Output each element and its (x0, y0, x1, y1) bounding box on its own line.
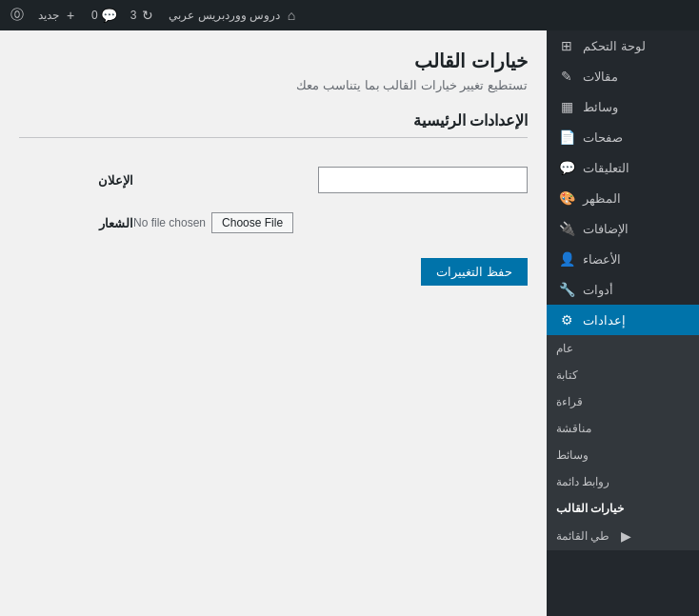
comments-nav-icon: 💬 (558, 160, 575, 175)
dashboard-icon: ⊞ (558, 38, 575, 53)
form-table: الإعلان No file chosen Choose File الشعا… (19, 157, 528, 243)
sidebar-label-comments: التعليقات (583, 161, 629, 175)
sidebar-sub-discussion[interactable]: مناقشة (547, 415, 699, 442)
sidebar-label-appearance: المظهر (583, 191, 621, 206)
comments-icon: 💬 (102, 8, 117, 23)
ad-input-cell (133, 157, 528, 203)
file-input-wrapper: No file chosen Choose File (133, 212, 528, 233)
settings-icon: ⚙ (558, 312, 575, 328)
plus-icon: + (63, 8, 78, 23)
top-bar: ⌂ دروس ووردبريس عربي ↻ 3 💬 0 + جديد ⓪ (0, 0, 699, 30)
main-content: خيارات القالب تستطيع تغيير خيارات القالب… (0, 30, 547, 616)
layout: لوحة التحكم ⊞ مقالات ✎ وسائط ▦ صفحات 📄 ا… (0, 30, 699, 616)
sidebar-sub-label-theme-options: خيارات القالب (556, 502, 624, 515)
posts-icon: ✎ (558, 69, 575, 84)
form-row-logo: No file chosen Choose File الشعار (19, 203, 528, 243)
save-button[interactable]: حفظ التغييرات (421, 258, 528, 286)
topbar-wp-logo[interactable]: ⓪ (10, 8, 25, 23)
pages-icon: 📄 (558, 129, 575, 145)
collapse-icon: ▶ (617, 528, 634, 544)
topbar-new[interactable]: + جديد (38, 8, 78, 23)
page-description: تستطيع تغيير خيارات القالب بما يتناسب مع… (19, 78, 528, 92)
page-title: خيارات القالب (19, 50, 528, 72)
tools-icon: 🔧 (558, 282, 575, 297)
sidebar-sub-reading[interactable]: قراءة (547, 388, 699, 415)
media-icon: ▦ (558, 99, 575, 114)
sidebar-item-tools[interactable]: أدوات 🔧 (547, 274, 699, 305)
wp-icon: ⓪ (10, 8, 25, 23)
sidebar-item-dashboard[interactable]: لوحة التحكم ⊞ (547, 30, 699, 61)
logo-label: الشعار (19, 203, 133, 243)
sidebar-label-users: الأعضاء (583, 252, 621, 267)
sidebar-label-settings: إعدادات (583, 313, 626, 328)
sidebar-label-pages: صفحات (583, 130, 623, 145)
sidebar-sub-media[interactable]: وسائط (547, 442, 699, 468)
sidebar-item-users[interactable]: الأعضاء 👤 (547, 244, 699, 274)
sidebar-item-settings[interactable]: إعدادات ⚙ (547, 305, 699, 335)
sidebar-label-posts: مقالات (583, 70, 618, 84)
sidebar-sub-collapse[interactable]: ▶ طي القائمة (547, 522, 699, 550)
section-title: الإعدادات الرئيسية (19, 111, 528, 138)
sidebar-sub-writing[interactable]: كتابة (547, 362, 699, 388)
topbar-updates[interactable]: ↻ 3 (130, 8, 156, 23)
sidebar-item-plugins[interactable]: الإضافات 🔌 (547, 213, 699, 244)
sidebar-item-comments[interactable]: التعليقات 💬 (547, 152, 699, 183)
choose-file-button[interactable]: Choose File (211, 212, 293, 233)
sidebar-sub-label-permalinks: روابط دائمة (556, 475, 609, 488)
sidebar-sub-label-media: وسائط (556, 448, 589, 462)
sidebar-sub-theme-options[interactable]: خيارات القالب (547, 495, 699, 522)
appearance-icon: 🎨 (558, 190, 575, 206)
sidebar-label-media: وسائط (583, 100, 618, 114)
topbar-site-name[interactable]: ⌂ دروس ووردبريس عربي (169, 8, 299, 23)
sidebar-sub-label-general: عام (556, 342, 573, 355)
updates-icon: ↻ (140, 8, 155, 23)
ad-text-input[interactable] (318, 167, 528, 193)
sidebar-sub-general[interactable]: عام (547, 335, 699, 362)
sidebar-sub-label-discussion: مناقشة (556, 422, 591, 435)
sidebar-sub-label-reading: قراءة (556, 395, 583, 408)
users-icon: 👤 (558, 251, 575, 267)
ad-label: الإعلان (19, 157, 133, 203)
sidebar-item-appearance[interactable]: المظهر 🎨 (547, 183, 699, 213)
sidebar-item-posts[interactable]: مقالات ✎ (547, 61, 699, 91)
sidebar-sub-permalinks[interactable]: روابط دائمة (547, 468, 699, 495)
topbar-comments[interactable]: 💬 0 (91, 8, 117, 23)
sidebar-sub-label-writing: كتابة (556, 368, 578, 382)
sidebar-label-plugins: الإضافات (583, 222, 629, 236)
logo-input-cell: No file chosen Choose File (133, 203, 528, 243)
no-file-text: No file chosen (133, 216, 206, 229)
sidebar-label-dashboard: لوحة التحكم (583, 39, 646, 53)
sidebar-label-tools: أدوات (583, 283, 613, 297)
sidebar: لوحة التحكم ⊞ مقالات ✎ وسائط ▦ صفحات 📄 ا… (547, 30, 699, 616)
sidebar-item-media[interactable]: وسائط ▦ (547, 91, 699, 122)
form-row-ad: الإعلان (19, 157, 528, 203)
plugins-icon: 🔌 (558, 221, 575, 236)
home-icon: ⌂ (284, 8, 299, 23)
sidebar-sub-label-collapse: طي القائمة (556, 529, 609, 543)
sidebar-item-pages[interactable]: صفحات 📄 (547, 122, 699, 152)
